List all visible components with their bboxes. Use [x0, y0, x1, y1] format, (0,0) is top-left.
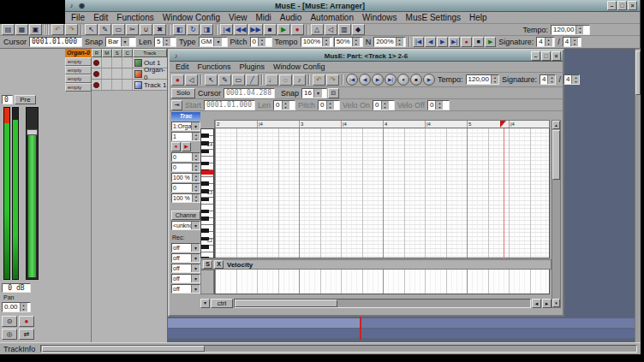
- class-cell[interactable]: [122, 80, 133, 90]
- stop-icon[interactable]: ■: [410, 74, 422, 86]
- record-arm-icon[interactable]: [93, 60, 99, 66]
- speaker-icon[interactable]: ◁: [185, 74, 198, 86]
- rewind-start-icon[interactable]: |◀: [220, 24, 233, 35]
- scroll-up-button[interactable]: [552, 121, 560, 129]
- hbank-spinner[interactable]: 0: [171, 152, 200, 162]
- collapse-pane-button[interactable]: ▾: [200, 299, 210, 308]
- glue-tool-icon[interactable]: ∪: [140, 24, 152, 35]
- undo-icon[interactable]: ↶: [313, 74, 325, 86]
- controller-select[interactable]: off: [171, 274, 200, 283]
- tempo-scale-spinner[interactable]: 100%: [301, 37, 333, 47]
- scroll-down-button[interactable]: [552, 299, 560, 307]
- tempo-spinner[interactable]: 120,00: [551, 25, 590, 35]
- eraser-tool-icon[interactable]: ▭: [232, 74, 245, 86]
- menu-window-config[interactable]: Window Config: [269, 62, 330, 71]
- pianoroll-vscroll[interactable]: [552, 120, 561, 308]
- stretch-spinner[interactable]: 50%: [334, 37, 363, 47]
- controller-select[interactable]: off: [171, 243, 200, 252]
- scroll-right-button[interactable]: [542, 299, 552, 308]
- save-file-icon[interactable]: ▣: [29, 24, 42, 35]
- solo-button[interactable]: Solo: [171, 88, 195, 98]
- menu-view[interactable]: View: [224, 13, 252, 22]
- arranger-hscrollbar[interactable]: [40, 345, 637, 353]
- redo-icon[interactable]: ↷: [326, 74, 339, 86]
- stop-icon[interactable]: ■: [264, 24, 277, 35]
- table-row[interactable]: Track 1: [92, 80, 167, 91]
- pitch-spinner[interactable]: 0: [250, 37, 272, 47]
- menu-windows[interactable]: Windows: [358, 13, 402, 22]
- rewind-icon[interactable]: ◀: [359, 74, 371, 86]
- close-button[interactable]: ×: [628, 1, 637, 10]
- metronome-icon[interactable]: △: [311, 24, 324, 35]
- rewind-start-icon[interactable]: |◀: [346, 74, 358, 86]
- menu-file[interactable]: File: [67, 13, 89, 22]
- record-cell[interactable]: [92, 80, 102, 90]
- output-port-select[interactable]: 1:Organ-0: [171, 122, 200, 131]
- lbank-spinner[interactable]: 0: [171, 163, 200, 172]
- channel-button[interactable]: Channe: [171, 211, 200, 220]
- power-button[interactable]: ⊙: [2, 316, 17, 327]
- sticky-icon[interactable]: ◉: [77, 1, 86, 10]
- pencil-tool-icon[interactable]: ✎: [218, 74, 231, 86]
- mixer-icon[interactable]: ▥: [338, 24, 351, 35]
- minimize-button[interactable]: –: [607, 1, 617, 10]
- signature-numerator-spinner[interactable]: 4: [536, 37, 555, 47]
- volume-spinner[interactable]: 100 %: [171, 173, 200, 182]
- minimize-button[interactable]: –: [531, 51, 540, 61]
- record-arm-icon[interactable]: [93, 71, 99, 77]
- menu-plugins[interactable]: Plugins: [236, 62, 270, 71]
- len-spinner[interactable]: 0: [273, 100, 295, 110]
- line-tool-icon[interactable]: ╱: [246, 74, 259, 86]
- scrollbar-thumb[interactable]: [235, 300, 337, 307]
- marker-icon[interactable]: ◆: [352, 24, 365, 35]
- velocity-spinner[interactable]: 100 %: [171, 193, 200, 203]
- toolbar-handle[interactable]: [45, 24, 49, 35]
- menu-window-config[interactable]: Window Config: [158, 13, 224, 22]
- mute-cell[interactable]: [102, 57, 112, 68]
- record-icon[interactable]: ●: [461, 37, 472, 47]
- arranger-vertical-scrollbar[interactable]: [635, 49, 641, 342]
- record-icon[interactable]: ●: [397, 74, 409, 86]
- pianoroll-titlebar[interactable]: ♪ MusE: Part: <Track 1> 2-6 – □ ×: [170, 50, 563, 62]
- close-button[interactable]: ×: [552, 51, 561, 61]
- forward-icon[interactable]: ▶▶: [248, 24, 262, 35]
- volume-fader[interactable]: [26, 107, 39, 280]
- mute-tool-icon[interactable]: ✖: [153, 24, 166, 35]
- menu-functions[interactable]: Functions: [112, 13, 158, 22]
- pointer-tool-icon[interactable]: ↖: [205, 74, 218, 86]
- play-icon[interactable]: ▶: [485, 37, 496, 47]
- redo-icon[interactable]: ↷: [65, 24, 78, 35]
- undo-icon[interactable]: ↶: [51, 24, 64, 35]
- snap-grid-icon[interactable]: ⊟: [328, 88, 339, 98]
- controller-canvas[interactable]: [214, 270, 550, 294]
- signature-denominator-spinner[interactable]: 4: [564, 74, 580, 85]
- forward-end-icon[interactable]: ▶|: [385, 74, 397, 86]
- solo-indicator-icon[interactable]: ●: [171, 74, 184, 86]
- table-row[interactable]: Organ-0: [92, 68, 167, 80]
- controller-select[interactable]: off: [171, 264, 200, 273]
- rewind-start-icon[interactable]: |◀: [413, 37, 424, 47]
- signature-denominator-spinner[interactable]: 4: [563, 37, 581, 47]
- end-marker-icon[interactable]: [500, 121, 506, 128]
- cut-tool-icon[interactable]: ✂: [126, 24, 139, 35]
- class-cell[interactable]: [122, 68, 133, 79]
- forward-icon[interactable]: ▶: [372, 74, 384, 86]
- part-block[interactable]: [168, 318, 360, 328]
- routing-button[interactable]: ⇄: [19, 329, 34, 340]
- loop-icon[interactable]: ↻: [187, 24, 200, 35]
- menu-edit[interactable]: Edit: [89, 13, 112, 22]
- mute-cell[interactable]: [102, 80, 112, 90]
- mute-button[interactable]: ◎: [2, 329, 17, 340]
- tab-trackinfo[interactable]: Trac: [171, 112, 200, 121]
- forward-icon[interactable]: ▶: [437, 37, 448, 47]
- menu-functions[interactable]: Functions: [194, 62, 236, 71]
- menu-edit[interactable]: Edit: [171, 62, 194, 71]
- preset-slot[interactable]: empty: [65, 83, 92, 92]
- menu-audio[interactable]: Audio: [276, 13, 307, 22]
- record-icon[interactable]: ●: [171, 142, 181, 151]
- maximize-button[interactable]: □: [617, 1, 627, 10]
- trackinfo-toggle[interactable]: TrackInfo: [3, 345, 35, 353]
- solo-cell[interactable]: [112, 68, 122, 79]
- preset-slot[interactable]: empty: [65, 57, 92, 66]
- mute-cell[interactable]: [102, 68, 112, 79]
